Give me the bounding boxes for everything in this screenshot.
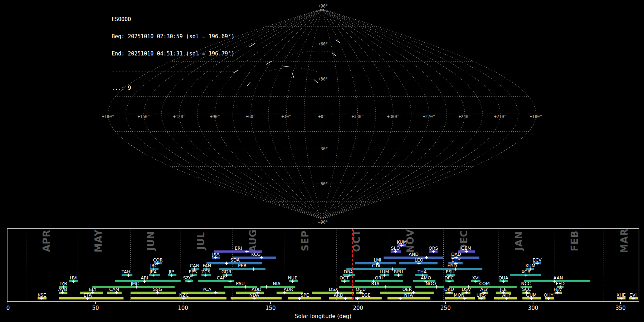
shower-code-COR: COR [153,257,163,263]
shower-code-NOO: NOO [425,281,436,286]
shower-code-DSV: DSV [462,287,471,292]
shower-code-DSX: DSX [329,287,338,292]
x-tick-label: 100 [178,305,188,311]
map-lat-label: −30° [318,146,328,151]
shower-code-SCC: SCC [522,287,531,292]
shower-code-PCA: PCA [203,287,211,292]
shower-bar-ARI [115,280,181,282]
map-lat-label: −90° [318,220,328,225]
month-label: MAR [619,228,630,253]
shower-peak-marker [384,286,387,289]
meteor-station-screen: ES000D Beg: 20251010 02:30:59 (sol = 196… [0,0,644,322]
shower-code-AUD: AUD [252,287,261,292]
month-label: FEB [569,230,580,251]
shower-code-CAN: CAN [190,263,200,268]
shower-code-QUA: QUA [498,275,508,280]
x-tick-label: 0 [6,305,10,311]
shower-code-GUM: GUM [526,292,537,298]
map-lon-label: +180° [530,114,542,119]
shower-code-SDA: SDA [230,257,240,263]
shower-code-XCB: XCB [522,269,531,274]
shower-code-NDA: NDA [249,292,259,298]
shower-peak-marker [225,262,228,265]
x-tick-label: 50 [92,305,99,311]
meteor-trail [233,70,238,73]
x-tick-label: 150 [265,305,276,311]
shower-code-SLD: SLD [391,245,400,251]
shower-code-AMO: AMO [421,275,431,280]
map-lat-label: −60° [318,181,328,186]
month-label: SEP [300,230,311,252]
meteor-trail [314,79,318,83]
shower-code-SPE: SPE [301,292,309,298]
shower-code-FEV: FEV [553,287,562,292]
shower-code-ZCS: ZCS [201,269,210,274]
month-label: APR [41,230,52,252]
shower-code-NIA: NIA [273,281,280,286]
x-axis-title: Solar longitude (deg) [295,313,351,319]
shower-code-KSE: KSE [38,292,46,298]
map-lon-label: +210° [494,114,507,119]
shower-bar-CAM [107,292,122,294]
shower-peak-marker [252,268,255,271]
shower-code-SZC: SZC [183,275,192,280]
map-lon-label: +330° [351,114,364,119]
shower-bar-MON [445,297,475,299]
shower-code-NCC: NCC [521,281,531,286]
shower-bar-JEA [149,274,160,276]
map-lat-label: +60° [318,42,328,47]
map-lon-label: +150° [137,114,150,119]
month-label: JUN [146,231,156,252]
shower-code-LEO: LEO [415,257,424,263]
map-lat-label: +30° [318,77,328,82]
map-lat-label: +90° [318,4,328,9]
map-lon-label: +180° [102,114,114,119]
drift-trail [267,68,319,72]
shower-peak-marker [356,297,359,300]
map-meridian [322,9,376,219]
month-label: AUG [248,229,258,253]
shower-code-EGE: EGE [361,292,371,298]
shower-code-AVB: AVB [58,287,67,292]
shower-code-ORI: ORI [375,275,383,280]
shower-bar-NTA [387,297,430,299]
map-lon-label: +90° [210,114,220,119]
month-label: MAY [93,229,104,253]
shower-code-JIP: JIP [168,269,174,274]
shower-bar-ARD [329,297,353,299]
shower-bar-NDA [231,297,282,299]
shower-peak-marker [425,256,428,259]
shower-code-STA: STA [371,281,380,286]
shower-code-XVI: XVI [472,275,480,280]
map-lon-label: +0° [318,114,326,119]
map-lon-label: +120° [173,114,186,119]
shower-code-DRA: DRA [344,269,353,274]
shower-peak-marker [399,297,402,300]
shower-code-PAU: PAU [236,281,245,286]
activity-timeline-chart: APRMAYJUNJULAUGSEPOCTNOVDECJANFEBMARKUME… [0,228,644,322]
radiant-sky-map: +180°+150°+120°+90°+60°+30°+0°+330°+300°… [0,0,644,228]
shower-code-SSG: SSG [153,287,162,292]
shower-code-CTA: CTA [372,263,381,268]
shower-code-OER: OER [402,287,412,292]
shower-code-ALY: ALY [480,287,488,292]
shower-code-MON: MON [454,292,464,298]
shower-code-HYD: HYD [447,263,457,268]
shower-code-ARI: ARI [141,275,148,280]
shower-bar-STA [339,286,411,288]
shower-bar-NOO [415,286,444,288]
shower-code-OCT: OCT [340,275,349,280]
shower-code-ERI: ERI [235,245,242,251]
meteor-trail [292,72,294,78]
month-label: JUL [196,232,206,250]
shower-code-FAN: FAN [203,263,211,268]
shower-code-DAD: DAD [451,252,461,257]
shower-code-ELY: ELY [89,287,97,292]
shower-code-AHY: AHY [502,292,511,298]
shower-code-PPS: PPS [189,269,197,274]
shower-code-LMI: LMI [374,257,381,263]
shower-code-HVI: HVI [70,275,78,280]
shower-code-JMC: JMC [130,281,139,286]
shower-code-ARD: ARD [334,292,343,298]
shower-code-ORS: ORS [429,245,438,251]
